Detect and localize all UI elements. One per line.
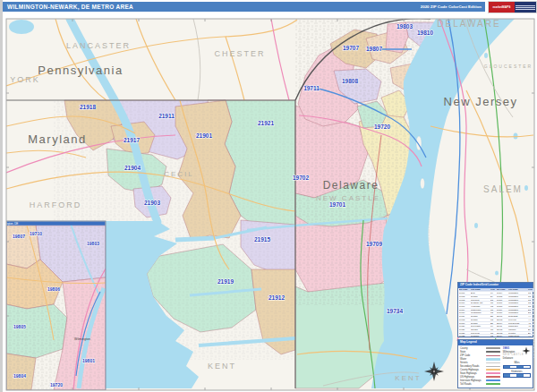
map-sheet: WILMINGTON-NEWARK, DE METRO AREA 2020 ZI…: [0, 0, 537, 392]
zip-label: 19803: [396, 23, 413, 30]
legend-swatch: [486, 379, 500, 381]
county-label: NEW CASTLE: [316, 194, 380, 202]
zip-label: 21915: [254, 236, 270, 243]
legend-label: Secondary Roads: [460, 365, 479, 368]
zip-label: 21911: [158, 113, 175, 119]
legend-row: Toll Roads: [460, 382, 500, 386]
legend-swatch: [486, 347, 500, 349]
legend-label: County: [460, 347, 468, 350]
legend-swatch: [486, 372, 500, 373]
map-canvas[interactable]: LANCASTERYORKCHESTERDELAWAREGLOUCESTERHA…: [0, 0, 537, 392]
legend-swatch: [486, 355, 500, 356]
basemap: LANCASTERYORKCHESTERDELAWAREGLOUCESTERHA…: [0, 19, 534, 390]
legend-label: State Highways: [460, 372, 477, 375]
legend-compass-icon: [522, 346, 531, 355]
zip-label: 21901: [196, 132, 212, 139]
legend-sample-state: Delaware: [503, 357, 531, 361]
zip-label: 19810: [417, 30, 433, 36]
legend-label: County Highways: [460, 369, 479, 371]
state-label: Pennsylvania: [38, 64, 123, 77]
legend-swatch: [486, 376, 500, 377]
county-label: KENT: [395, 374, 421, 382]
legend-label: Interstate Highways: [460, 379, 482, 382]
zip-label: 21921: [258, 120, 274, 126]
inset-zip-label: 19805: [13, 324, 26, 329]
zip-label: 21918: [80, 104, 96, 110]
state-label: Delaware: [323, 179, 379, 192]
zip-label: 19707: [343, 45, 359, 51]
zip-label: 19734: [387, 308, 403, 314]
zip-label: 19711: [303, 85, 320, 91]
legend-label: State: [460, 351, 465, 354]
legend-swatch: [486, 358, 500, 361]
inset-zip-label: 19801: [82, 358, 95, 363]
legend-swatch: [486, 366, 500, 367]
county-label: SALEM: [483, 184, 523, 194]
zip-label: 21917: [124, 137, 140, 143]
county-label: YORK: [10, 75, 40, 84]
county-label: KENT: [208, 362, 236, 371]
miles-scalebar: Miles: [503, 362, 531, 369]
zip-index-panel[interactable]: ZIP Code Index/Grid Locator ZIP CodeCity…: [457, 282, 533, 337]
inset-map[interactable]: Wilmington 19807197101980319806198051980…: [0, 221, 106, 390]
zip-label: 19709: [366, 241, 382, 247]
legend-swatch: [486, 369, 500, 370]
inset-zip-label: 19720: [50, 382, 63, 388]
inset-zip-label: 19710: [30, 231, 42, 236]
zip-label: 21904: [124, 165, 141, 171]
legend-swatch: [486, 351, 500, 352]
inset-city-label: Wilmington: [74, 337, 90, 341]
county-label: CECIL: [164, 170, 194, 178]
zip-label: 21919: [217, 278, 234, 285]
legend-items: CountyStateZIP CodeWaterStreetsSecondary…: [460, 346, 500, 386]
legend-panel[interactable]: Map Legend CountyStateZIP CodeWaterStree…: [457, 339, 533, 388]
inset-city-labels: Wilmington: [74, 337, 90, 341]
zip-label: 19702: [293, 175, 309, 181]
county-label: DELAWARE: [437, 19, 500, 29]
legend-label: Water: [460, 358, 466, 361]
legend-label: ZIP Code: [460, 354, 470, 357]
legend-swatch: [486, 362, 500, 363]
state-label: Maryland: [28, 132, 86, 146]
county-label: GLOUCESTER: [484, 64, 533, 69]
county-label: LANCASTER: [66, 41, 131, 50]
inset-title: Wilmington, DE: [0, 222, 18, 226]
inset-zip-label: 19803: [87, 241, 99, 246]
inset-zip-label: 19806: [47, 286, 60, 292]
state-label: New Jersey: [444, 95, 518, 108]
zip-label: 19701: [329, 201, 345, 208]
zip-label: 21912: [268, 294, 285, 301]
kilometers-scalebar: Kilometers: [503, 371, 531, 378]
county-label: CHESTER: [214, 49, 265, 58]
zip-label: 21903: [144, 200, 160, 206]
zip-label: 19808: [342, 78, 358, 84]
legend-label: Toll Roads: [460, 383, 472, 386]
zip-label: 19720: [374, 124, 390, 130]
inset-zip-label: 19804: [13, 373, 26, 379]
county-label: HARFORD: [30, 200, 82, 209]
legend-label: Streets: [460, 362, 468, 364]
zip-label: 19807: [366, 46, 382, 52]
legend-label: US Highways: [460, 376, 474, 379]
legend-swatch: [486, 383, 500, 384]
inset-zip-label: 19807: [13, 234, 25, 239]
